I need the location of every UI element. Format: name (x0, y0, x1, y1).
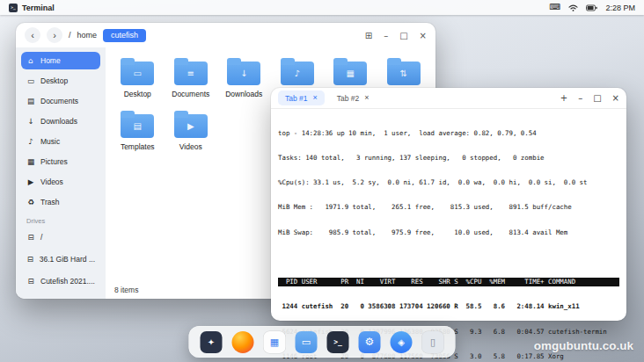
clock[interactable]: 2:28 PM (605, 4, 635, 12)
firefox-icon[interactable] (232, 331, 254, 353)
folder-label: Documents (172, 90, 209, 98)
documents-glyph-icon: ≡ (187, 69, 194, 78)
terminal-output[interactable]: top - 14:28:36 up 10 min, 1 user, load a… (271, 109, 626, 362)
close-button[interactable]: × (612, 93, 619, 103)
hard-drive-icon: ⊟ (26, 277, 35, 286)
folder-templates[interactable]: ▤ Templates (111, 109, 165, 151)
folder-label: Videos (179, 142, 202, 151)
sidebar-item-downloads[interactable]: ↓ Downloads (21, 112, 100, 130)
back-button[interactable]: ‹ (25, 27, 40, 43)
desktop-icon: ▭ (26, 76, 35, 85)
minimize-button[interactable]: – (384, 31, 388, 40)
system-tray: ⌨ 2:28 PM (549, 4, 635, 12)
videos-icon: ▶ (26, 177, 35, 186)
pictures-icon: ▦ (26, 157, 35, 166)
folder-icon: ↓ (227, 62, 260, 85)
desktop: >_ Terminal ⌨ 2:28 PM ‹ › / home cutefis… (0, 0, 644, 362)
tab-1[interactable]: Tab #1 × (278, 90, 325, 105)
terminal-window-controls: + – □ × (560, 93, 619, 103)
folder-label: Desktop (124, 90, 151, 98)
settings-icon[interactable]: ⚙ (359, 331, 381, 353)
app-store-glyph: ◈ (398, 337, 405, 347)
trash-icon[interactable]: ▯ (422, 331, 444, 353)
sidebar-item-label: Downloads (40, 117, 77, 126)
app-store-icon[interactable]: ◈ (391, 331, 413, 353)
tab-2[interactable]: Tab #2 × (330, 90, 377, 105)
terminal-app-icon: >_ (9, 4, 18, 12)
minimize-button[interactable]: – (578, 93, 582, 103)
maximize-button[interactable]: □ (593, 93, 601, 103)
keyboard-icon[interactable]: ⌨ (549, 4, 560, 11)
folder-icon: ♪ (281, 62, 314, 85)
terminal-window: Tab #1 × Tab #2 × + – □ × top - 14:28:36… (271, 88, 626, 321)
sidebar-item-videos[interactable]: ▶ Videos (21, 173, 100, 191)
sidebar-drive-27gib[interactable]: ⊟ 27.4 GiB Hard ... (21, 294, 100, 299)
documents-icon: ▤ (26, 97, 35, 105)
menubar-app-area: >_ Terminal (9, 4, 55, 12)
sidebar-drive-cutefish[interactable]: ⊟ Cutefish 2021.... (21, 272, 100, 290)
grid-view-icon[interactable]: ⊞ (365, 31, 372, 40)
folder-icon: ▶ (174, 114, 208, 138)
tab-close-icon[interactable]: × (313, 94, 318, 102)
folder-videos[interactable]: ▶ Videos (165, 109, 218, 151)
sidebar-item-music[interactable]: ♪ Music (21, 133, 100, 150)
breadcrumb-home[interactable]: home (77, 31, 98, 40)
sidebar-drive-root[interactable]: ⊟ / (21, 228, 100, 246)
folder-documents[interactable]: ≡ Documents (165, 56, 218, 98)
breadcrumb-current[interactable]: cutefish (103, 29, 146, 42)
sidebar-item-label: Documents (40, 97, 78, 105)
sidebar-item-trash[interactable]: ♻ Trash (21, 193, 100, 211)
tab-label: Tab #1 (285, 94, 308, 103)
sidebar-item-desktop[interactable]: ▭ Desktop (21, 72, 100, 90)
top-swap-line: MiB Swap: 985.9 total, 975.9 free, 10.0 … (278, 228, 619, 236)
folder-downloads[interactable]: ↓ Downloads (217, 56, 271, 98)
top-summary-line: top - 14:28:36 up 10 min, 1 user, load a… (278, 129, 619, 137)
top-tasks-line: Tasks: 140 total, 3 running, 137 sleepin… (278, 154, 619, 162)
drives-section-label: Drives (26, 217, 100, 225)
breadcrumb-root[interactable]: / (69, 31, 71, 40)
status-bar-item-count: 8 items (114, 286, 138, 294)
file-manager-window-controls: ⊞ – □ × (365, 31, 427, 40)
tab-close-icon[interactable]: × (364, 94, 369, 102)
new-tab-button[interactable]: + (560, 93, 567, 103)
folder-icon: ▦ (333, 62, 367, 85)
folder-icon: ▭ (121, 62, 154, 85)
file-manager-sidebar: ⌂ Home ▭ Desktop ▤ Documents ↓ Downloads… (16, 47, 106, 299)
wifi-icon[interactable] (568, 4, 578, 11)
maximize-button[interactable]: □ (399, 31, 407, 40)
process-row: 1244 cutefish 20 0 3586308 173704 120660… (278, 302, 619, 310)
folder-icon: ⇅ (387, 62, 421, 85)
music-icon: ♪ (26, 137, 35, 146)
top-cpu-line: %Cpu(s): 33.1 us, 5.2 sy, 0.0 ni, 61.7 i… (278, 178, 619, 186)
sidebar-item-home[interactable]: ⌂ Home (21, 52, 100, 69)
blank-line (278, 253, 619, 261)
folder-desktop[interactable]: ▭ Desktop (111, 56, 165, 98)
pictures-glyph-icon: ▦ (347, 69, 355, 78)
launcher-icon[interactable]: ✦ (201, 331, 223, 353)
sidebar-item-pictures[interactable]: ▦ Pictures (21, 153, 100, 170)
tab-label: Tab #2 (337, 94, 360, 103)
folder-icon: ▤ (121, 114, 154, 138)
forward-button[interactable]: › (47, 27, 62, 43)
drive-label: 36.1 GiB Hard ... (40, 255, 95, 264)
close-button[interactable]: × (420, 31, 427, 40)
terminal-tab-bar: Tab #1 × Tab #2 × + – □ × (271, 88, 626, 109)
desktop-glyph-icon: ▭ (134, 69, 142, 78)
calendar-icon[interactable]: ▦ (264, 331, 286, 353)
downloads-icon: ↓ (26, 117, 35, 126)
file-manager-icon[interactable]: ▭ (296, 331, 318, 353)
dock: ✦ ▦ ▭ >_ ⚙ ◈ ▯ (189, 326, 456, 358)
sidebar-item-label: Pictures (40, 157, 68, 166)
sidebar-item-label: Music (40, 137, 60, 146)
process-table-header: PID USER PR NI VIRT RES SHR S %CPU %MEM … (278, 278, 619, 286)
sidebar-item-documents[interactable]: ▤ Documents (21, 92, 100, 110)
downloads-glyph-icon: ↓ (240, 69, 247, 78)
menubar-app-name[interactable]: Terminal (22, 4, 55, 12)
sidebar-drive-36gib[interactable]: ⊟ 36.1 GiB Hard ... (21, 250, 100, 268)
folder-icon: ≡ (174, 62, 208, 85)
settings-glyph: ⚙ (365, 336, 375, 348)
battery-icon[interactable] (586, 4, 597, 11)
folder-label: Templates (121, 142, 155, 151)
drive-label: / (40, 233, 42, 242)
terminal-icon[interactable]: >_ (327, 331, 349, 353)
